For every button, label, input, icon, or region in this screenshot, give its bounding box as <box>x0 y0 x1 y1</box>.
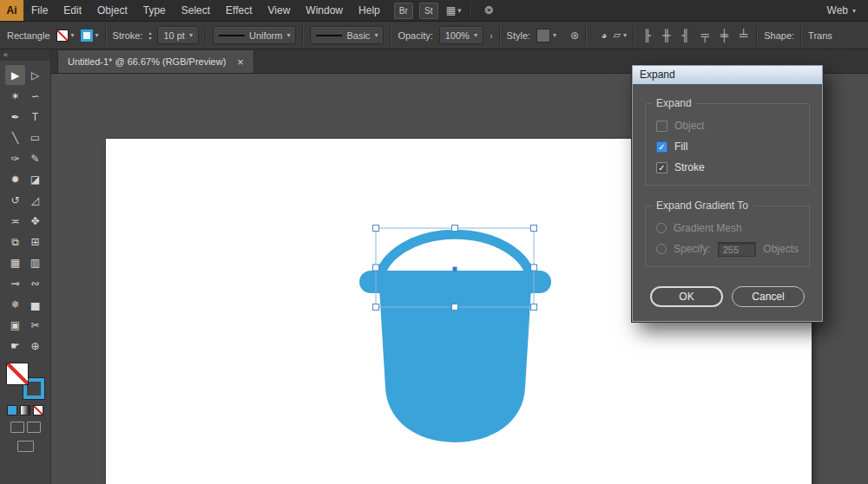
selected-artwork[interactable] <box>359 234 551 442</box>
tool-pencil[interactable]: ✎ <box>25 148 45 168</box>
stroke-color-swatch <box>81 29 93 42</box>
cancel-button[interactable]: Cancel <box>732 286 805 307</box>
tool-line-segment[interactable]: ╲ <box>5 128 25 147</box>
align-center-icon[interactable]: ╫ <box>660 29 673 42</box>
tool-rotate[interactable]: ↺ <box>5 190 25 210</box>
align-left-icon[interactable]: ╟ <box>641 29 654 42</box>
tool-zoom[interactable]: ⊕ <box>25 336 45 356</box>
fill-checkbox-row[interactable]: ✓ Fill <box>656 136 799 157</box>
recolor-artwork-icon[interactable]: ◕ <box>601 29 607 42</box>
stroke-checkbox-row[interactable]: ✓ Stroke <box>656 157 799 178</box>
stroke-weight-stepper[interactable]: ▴ ▾ <box>148 30 151 41</box>
align-top-icon[interactable]: ╤ <box>699 29 712 42</box>
arrange-documents-icon[interactable]: ▦ <box>446 4 456 16</box>
tool-blend[interactable]: ∾ <box>25 273 45 293</box>
tool-direct-selection[interactable]: ▷ <box>25 65 45 85</box>
chevron-down-icon: ▾ <box>553 31 556 39</box>
tool-rectangle[interactable]: ▭ <box>25 128 45 147</box>
panel-chevron-icon[interactable]: › <box>490 30 493 41</box>
app-logo[interactable]: Ai <box>0 0 23 21</box>
draw-normal-button[interactable] <box>10 422 24 433</box>
tool-hand[interactable]: ☛ <box>5 336 25 356</box>
tool-selection[interactable]: ▶ <box>5 65 25 85</box>
stepper-down-icon[interactable]: ▾ <box>148 36 151 41</box>
tool-symbol-sprayer[interactable]: ✵ <box>5 294 25 314</box>
draw-behind-button[interactable] <box>27 422 41 433</box>
align-bottom-icon[interactable]: ╧ <box>737 29 750 42</box>
tool-perspective-grid[interactable]: ⊞ <box>25 232 45 252</box>
gradient-button[interactable] <box>20 405 30 415</box>
expand-gradient-group: Expand Gradient To Gradient Mesh Specify… <box>645 206 810 267</box>
selection-handle[interactable] <box>531 265 537 271</box>
menu-window[interactable]: Window <box>298 0 351 21</box>
tool-type[interactable]: T <box>25 107 45 127</box>
fill-checkbox[interactable]: ✓ <box>656 141 667 153</box>
dialog-titlebar[interactable]: Expand <box>633 66 822 84</box>
selection-handle[interactable] <box>452 304 458 311</box>
menu-file[interactable]: File <box>23 0 56 21</box>
tool-eraser[interactable]: ◪ <box>25 169 45 189</box>
bucket-body[interactable] <box>379 288 531 442</box>
document-setup-globe-icon[interactable]: ⊛ <box>570 29 579 42</box>
brush-definition-dropdown[interactable]: Basic ▾ <box>310 26 384 44</box>
align-right-icon[interactable]: ╢ <box>679 29 692 42</box>
tool-slice[interactable]: ✂ <box>25 315 45 335</box>
tool-column-graph[interactable]: ▅ <box>25 294 45 314</box>
selection-center-point[interactable] <box>453 267 457 271</box>
opacity-dropdown[interactable]: 100% ▾ <box>439 26 483 44</box>
fill-swatch-none[interactable] <box>6 363 29 385</box>
menu-edit[interactable]: Edit <box>56 0 89 21</box>
object-checkbox-label: Object <box>674 120 705 132</box>
bridge-button[interactable]: Br <box>394 3 413 19</box>
expand-gradient-group-label: Expand Gradient To <box>652 199 753 212</box>
tool-scale[interactable]: ◿ <box>25 190 45 210</box>
ok-button[interactable]: OK <box>650 286 723 307</box>
separator <box>633 26 635 45</box>
stroke-profile-dropdown[interactable]: Uniform ▾ <box>213 26 297 44</box>
menu-view[interactable]: View <box>260 0 299 21</box>
close-icon[interactable]: × <box>237 56 244 68</box>
selection-handle[interactable] <box>373 304 379 311</box>
menu-select[interactable]: Select <box>174 0 218 21</box>
fill-color-control[interactable]: ▾ <box>56 29 75 42</box>
menu-effect[interactable]: Effect <box>218 0 260 21</box>
tool-width[interactable]: ≍ <box>5 211 25 231</box>
tool-paintbrush[interactable]: ✑ <box>5 148 25 168</box>
tool-mesh[interactable]: ▦ <box>5 252 25 272</box>
none-button[interactable] <box>33 405 43 415</box>
tool-shape-builder[interactable]: ⧉ <box>5 232 25 252</box>
transform-panel-label[interactable]: Trans <box>808 30 832 41</box>
selection-handle[interactable] <box>373 226 379 232</box>
gradient-mesh-radio <box>656 223 667 233</box>
tool-artboard[interactable]: ▣ <box>5 315 25 335</box>
selection-handle[interactable] <box>373 265 379 271</box>
menu-type[interactable]: Type <box>135 0 174 21</box>
collapse-panel-button[interactable]: « <box>3 50 8 59</box>
transform-widget[interactable]: ▱ ▾ <box>613 29 626 41</box>
cs-live-icon[interactable]: ❂ <box>485 4 494 16</box>
color-button[interactable] <box>7 405 17 415</box>
align-middle-icon[interactable]: ╪ <box>718 29 731 42</box>
menu-object[interactable]: Object <box>89 0 135 21</box>
selection-handle[interactable] <box>452 226 458 232</box>
tool-lasso[interactable]: ∽ <box>25 86 45 106</box>
selection-handle[interactable] <box>531 304 537 311</box>
tool-blob-brush[interactable]: ✹ <box>5 169 25 189</box>
stock-button[interactable]: St <box>419 3 438 19</box>
screen-mode-button[interactable] <box>17 441 34 452</box>
tool-gradient[interactable]: ▥ <box>25 252 45 272</box>
menu-help[interactable]: Help <box>351 0 388 21</box>
stroke-color-control[interactable]: ▾ <box>81 29 99 42</box>
document-tab[interactable]: Untitled-1* @ 66.67% (RGB/Preview) × <box>57 50 254 73</box>
tool-pen[interactable]: ✒ <box>5 107 25 127</box>
selection-handle[interactable] <box>531 226 537 232</box>
workspace-switcher[interactable]: Web ▾ <box>815 4 868 16</box>
tool-magic-wand[interactable]: ✶ <box>5 86 25 106</box>
arrange-documents-caret-icon[interactable]: ▾ <box>457 6 462 15</box>
tool-eyedropper[interactable]: ⊸ <box>5 273 25 293</box>
tool-free-transform[interactable]: ✥ <box>25 211 45 231</box>
stroke-weight-dropdown[interactable]: 10 pt ▾ <box>157 26 198 44</box>
tools-panel: « ▶ ▷ ✶ ∽ ✒ T ╲ ▭ ✑ ✎ ✹ ◪ ↺ ◿ ≍ ✥ ⧉ ⊞ ▦ … <box>0 49 51 484</box>
stroke-checkbox[interactable]: ✓ <box>656 162 667 173</box>
style-dropdown[interactable]: ▾ <box>536 29 556 43</box>
